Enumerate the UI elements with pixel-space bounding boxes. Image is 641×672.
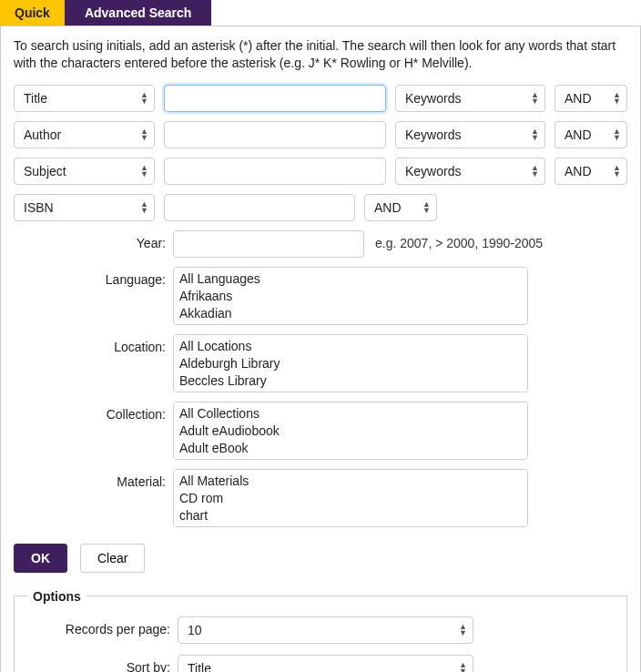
tab-quick[interactable]: Quick [0, 0, 65, 25]
location-label: Location: [14, 334, 173, 392]
collection-listbox[interactable]: All Collections Adult eAudiobook Adult e… [173, 402, 528, 460]
operator-select-4[interactable]: AND ▲▼ [364, 194, 437, 221]
sort-by-select[interactable]: Title ▲▼ [178, 655, 473, 672]
list-item[interactable]: Beccles Library [179, 372, 522, 390]
search-input-2[interactable] [164, 121, 386, 148]
chevron-updown-icon: ▲▼ [531, 92, 539, 105]
advanced-search-panel: To search using initials, add an asteris… [0, 25, 641, 672]
operator-select-1-value: AND [565, 91, 592, 106]
chevron-updown-icon: ▲▼ [422, 201, 431, 214]
chevron-updown-icon: ▲▼ [531, 165, 539, 178]
records-per-page-value: 10 [188, 623, 202, 637]
material-label: Material: [14, 469, 173, 527]
records-per-page-select[interactable]: 10 ▲▼ [178, 616, 473, 644]
year-label: Year: [14, 230, 173, 258]
operator-select-2-value: AND [565, 127, 592, 142]
list-item[interactable]: All Locations [179, 338, 522, 355]
list-item[interactable]: All Languages [179, 270, 522, 288]
field-select-1[interactable]: Title ▲▼ [14, 85, 155, 112]
match-select-3-value: Keywords [405, 164, 461, 178]
language-listbox[interactable]: All Languages Afrikaans Akkadian [173, 267, 528, 325]
match-select-3[interactable]: Keywords ▲▼ [395, 158, 545, 185]
list-item[interactable]: Aldeburgh Library [179, 355, 522, 372]
operator-select-3[interactable]: AND ▲▼ [555, 158, 627, 185]
field-select-2[interactable]: Author ▲▼ [14, 121, 155, 148]
match-select-1-value: Keywords [405, 91, 461, 106]
search-input-1[interactable] [164, 85, 386, 112]
chevron-updown-icon: ▲▼ [140, 201, 148, 214]
field-select-3-value: Subject [24, 164, 66, 178]
chevron-updown-icon: ▲▼ [140, 92, 148, 105]
material-listbox[interactable]: All Materials CD rom chart [173, 469, 528, 527]
language-label: Language: [14, 267, 173, 325]
chevron-updown-icon: ▲▼ [613, 92, 621, 105]
sort-by-label: Sort by: [27, 655, 178, 672]
search-instructions: To search using initials, add an asteris… [14, 37, 627, 72]
list-item[interactable]: Adult eAudiobook [179, 423, 522, 440]
match-select-2-value: Keywords [405, 127, 461, 142]
chevron-updown-icon: ▲▼ [459, 624, 467, 636]
field-select-3[interactable]: Subject ▲▼ [14, 158, 155, 185]
list-item[interactable]: CD rom [179, 490, 522, 507]
operator-select-4-value: AND [374, 200, 402, 215]
field-select-4[interactable]: ISBN ▲▼ [14, 194, 155, 221]
year-input[interactable] [173, 230, 364, 258]
list-item[interactable]: Adult eBook [179, 440, 522, 457]
options-legend: Options [27, 589, 86, 604]
clear-button[interactable]: Clear [80, 544, 145, 573]
operator-select-1[interactable]: AND ▲▼ [555, 85, 627, 112]
year-hint: e.g. 2007, > 2000, 1990-2005 [375, 230, 543, 258]
chevron-updown-icon: ▲▼ [140, 165, 148, 178]
list-item[interactable]: All Collections [179, 405, 522, 423]
search-input-4[interactable] [164, 194, 355, 221]
search-input-3[interactable] [164, 158, 386, 185]
collection-label: Collection: [14, 402, 173, 460]
match-select-1[interactable]: Keywords ▲▼ [395, 85, 545, 112]
chevron-updown-icon: ▲▼ [459, 662, 467, 672]
chevron-updown-icon: ▲▼ [140, 128, 148, 141]
chevron-updown-icon: ▲▼ [613, 165, 621, 178]
chevron-updown-icon: ▲▼ [531, 128, 539, 141]
ok-button[interactable]: OK [14, 544, 67, 573]
operator-select-2[interactable]: AND ▲▼ [555, 121, 627, 148]
list-item[interactable]: chart [179, 507, 522, 524]
field-select-2-value: Author [24, 127, 61, 142]
tab-advanced[interactable]: Advanced Search [65, 0, 212, 25]
location-listbox[interactable]: All Locations Aldeburgh Library Beccles … [173, 334, 528, 392]
options-fieldset: Options Records per page: 10 ▲▼ Sort by:… [14, 589, 627, 672]
sort-by-value: Title [188, 661, 211, 672]
list-item[interactable]: Afrikaans [179, 288, 522, 305]
list-item[interactable]: All Materials [179, 473, 522, 490]
match-select-2[interactable]: Keywords ▲▼ [395, 121, 545, 148]
operator-select-3-value: AND [565, 164, 592, 178]
list-item[interactable]: Akkadian [179, 305, 522, 322]
field-select-1-value: Title [24, 91, 47, 106]
chevron-updown-icon: ▲▼ [613, 128, 621, 141]
records-per-page-label: Records per page: [27, 616, 178, 644]
field-select-4-value: ISBN [24, 200, 54, 215]
